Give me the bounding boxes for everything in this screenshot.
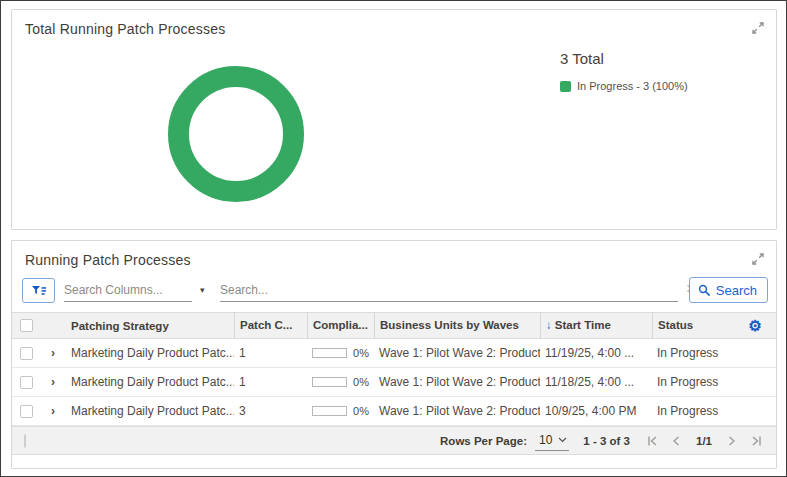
cell-start-time: 11/19/25, 4:00 ... — [540, 346, 652, 360]
column-header-status[interactable]: Status — [652, 312, 724, 339]
magnifier-icon — [698, 284, 711, 297]
legend-item-in-progress: In Progress - 3 (100%) — [560, 80, 688, 92]
column-header-patching-strategy[interactable]: Patching Strategy — [66, 320, 234, 332]
table-footer: Rows Per Page: 10 1 - 3 of 3 1/1 — [12, 426, 776, 455]
chevron-down-icon — [558, 437, 567, 443]
rows-per-page-label: Rows Per Page: — [440, 435, 527, 447]
page-indicator: 1/1 — [696, 435, 712, 447]
compliance-progress-bar — [312, 377, 347, 387]
next-page-button[interactable] — [724, 433, 740, 449]
expand-icon — [752, 22, 764, 34]
cell-start-time: 11/18/25, 4:00 ... — [540, 375, 652, 389]
cell-patch-count: 1 — [234, 375, 307, 389]
last-page-button[interactable] — [748, 433, 764, 449]
table-row[interactable]: › Marketing Daily Product Patc... 1 0% W… — [12, 339, 776, 368]
sort-descending-icon: ↓ — [546, 319, 552, 331]
panel-title: Running Patch Processes — [25, 252, 191, 268]
cell-compliance: 0% — [307, 347, 374, 359]
legend-swatch-green — [560, 81, 571, 92]
cell-business-units: Wave 1: Pilot Wave 2: Product... — [374, 375, 540, 389]
row-checkbox[interactable] — [20, 376, 33, 389]
cell-patching-strategy: Marketing Daily Product Patc... — [66, 404, 234, 418]
cell-status: In Progress — [652, 346, 724, 360]
search-button[interactable]: Search — [689, 277, 768, 303]
cell-compliance: 0% — [307, 405, 374, 417]
cell-status: In Progress — [652, 375, 724, 389]
expand-row-icon[interactable]: › — [51, 404, 55, 418]
legend-item-label: In Progress - 3 (100%) — [577, 80, 688, 92]
column-header-compliance[interactable]: Complia... — [307, 312, 374, 339]
search-input[interactable] — [220, 278, 678, 302]
expand-panel-button[interactable] — [750, 20, 766, 36]
expand-icon — [752, 253, 764, 265]
expand-row-icon[interactable]: › — [51, 375, 55, 389]
chart-total-label: 3 Total — [560, 50, 688, 67]
total-running-patch-processes-panel: Total Running Patch Processes 3 Total In… — [11, 9, 777, 230]
search-columns-dropdown-icon[interactable]: ▾ — [200, 285, 205, 295]
first-page-button[interactable] — [644, 433, 660, 449]
filter-button[interactable] — [22, 278, 55, 303]
column-header-start-time[interactable]: ↓Start Time — [540, 312, 652, 339]
row-checkbox[interactable] — [20, 405, 33, 418]
cell-patching-strategy: Marketing Daily Product Patc... — [66, 375, 234, 389]
column-header-business-units[interactable]: Business Units by Waves — [374, 312, 540, 339]
previous-page-button[interactable] — [668, 433, 684, 449]
filter-icon — [32, 285, 46, 297]
dashboard-screen: Total Running Patch Processes 3 Total In… — [0, 0, 787, 477]
cell-business-units: Wave 1: Pilot Wave 2: Product... — [374, 404, 540, 418]
row-checkbox[interactable] — [20, 347, 33, 360]
search-columns-input[interactable] — [64, 278, 192, 302]
expand-panel-button[interactable] — [750, 251, 766, 267]
row-range-label: 1 - 3 of 3 — [583, 435, 630, 447]
cell-patch-count: 1 — [234, 346, 307, 360]
table-toolbar: ▾ × Search — [22, 277, 768, 305]
table-row[interactable]: › Marketing Daily Product Patc... 3 0% W… — [12, 397, 776, 426]
patch-processes-table: Patching Strategy Patch C... Complia... … — [12, 312, 776, 455]
column-header-patch-count[interactable]: Patch C... — [234, 312, 307, 339]
cell-patch-count: 3 — [234, 404, 307, 418]
donut-chart-in-progress — [168, 66, 304, 202]
footer-select-all-checkbox[interactable] — [24, 434, 26, 448]
search-button-label: Search — [716, 283, 757, 298]
cell-start-time: 10/9/25, 4:00 PM — [540, 404, 652, 418]
rows-per-page-select[interactable]: 10 — [535, 431, 569, 451]
cell-business-units: Wave 1: Pilot Wave 2: Product... — [374, 346, 540, 360]
cell-status: In Progress — [652, 404, 724, 418]
chart-legend: 3 Total In Progress - 3 (100%) — [560, 50, 688, 92]
select-all-checkbox[interactable] — [20, 319, 33, 332]
running-patch-processes-panel: Running Patch Processes — [11, 240, 777, 469]
panel-title: Total Running Patch Processes — [25, 21, 225, 37]
column-settings-gear-icon[interactable]: ⚙ — [749, 318, 762, 333]
compliance-progress-bar — [312, 348, 347, 358]
expand-row-icon[interactable]: › — [51, 346, 55, 360]
cell-compliance: 0% — [307, 376, 374, 388]
cell-patching-strategy: Marketing Daily Product Patc... — [66, 346, 234, 360]
table-row[interactable]: › Marketing Daily Product Patc... 1 0% W… — [12, 368, 776, 397]
compliance-progress-bar — [312, 406, 347, 416]
table-header-row: Patching Strategy Patch C... Complia... … — [12, 312, 776, 339]
